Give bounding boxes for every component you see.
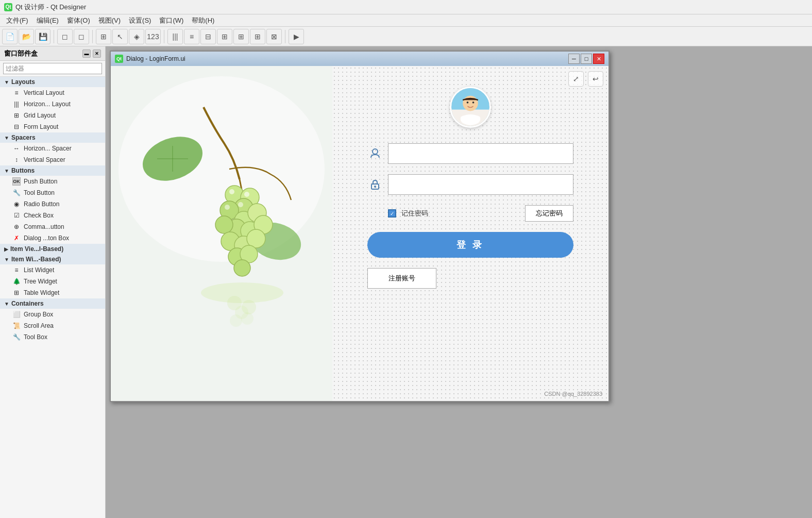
svg-point-24 <box>201 282 283 303</box>
layouts-label: Layouts <box>11 78 35 86</box>
checkbox-row: ✓ 记住密码 忘记密码 <box>388 205 573 222</box>
toolbar-cursor[interactable]: ↖ <box>112 29 128 44</box>
radio-button-icon: ◉ <box>12 200 21 208</box>
toolbar-layout-form[interactable]: ⊞ <box>233 29 249 44</box>
sidebar-item-check-box[interactable]: ☑ Check Box <box>0 210 105 221</box>
item-view-arrow: ▶ <box>4 246 8 252</box>
password-input[interactable] <box>388 174 573 195</box>
menu-settings[interactable]: 设置(S) <box>125 15 155 26</box>
menu-file[interactable]: 文件(F) <box>2 15 32 26</box>
list-widget-label: List Widget <box>24 266 54 274</box>
watermark: CSDN @qq_32892383 <box>544 391 602 397</box>
fullscreen-icon-btn[interactable]: ⤢ <box>568 71 584 87</box>
exit-icon-btn[interactable]: ↩ <box>588 71 603 87</box>
sidebar-item-group-box[interactable]: ⬜ Group Box <box>0 309 105 320</box>
sidebar-item-scroll-area[interactable]: 📜 Scroll Area <box>0 320 105 331</box>
main-layout: 窗口部件盒 ▬ ✕ ▼ Layouts ≡ Vertical Layout ||… <box>0 46 812 518</box>
menu-edit[interactable]: 编辑(E) <box>32 15 63 26</box>
toolbar-layout-v[interactable]: ≡ <box>184 29 199 44</box>
svg-point-20 <box>229 189 234 194</box>
sidebar-item-list-widget[interactable]: ≡ List Widget <box>0 264 105 276</box>
vertical-layout-icon: ≡ <box>12 89 21 97</box>
horizontal-spacer-label: Horizon... Spacer <box>24 145 72 152</box>
menu-view[interactable]: 视图(V) <box>94 15 125 26</box>
toolbar-save[interactable]: 💾 <box>35 29 50 44</box>
sidebar-title: 窗口部件盒 <box>4 49 38 58</box>
group-box-label: Group Box <box>24 311 53 318</box>
scroll-area-icon: 📜 <box>12 322 21 330</box>
command-link-icon: ⊕ <box>12 223 21 231</box>
login-button[interactable]: 登 录 <box>367 232 573 258</box>
app-titlebar: Qt Qt 设计师 - Qt Designer <box>0 0 812 14</box>
sidebar-item-tree-widget[interactable]: 🌲 Tree Widget <box>0 276 105 287</box>
sidebar-header-actions: ▬ ✕ <box>82 49 101 58</box>
toolbar-layout-split[interactable]: ⊟ <box>200 29 216 44</box>
sidebar-filter-input[interactable] <box>3 63 102 74</box>
svg-point-29 <box>241 312 253 325</box>
svg-point-13 <box>215 216 233 233</box>
section-buttons[interactable]: ▼ Buttons <box>0 165 105 176</box>
sidebar-item-grid-layout[interactable]: ⊞ Grid Layout <box>0 110 105 121</box>
sidebar-item-vertical-spacer[interactable]: ↕ Vertical Spacer <box>0 154 105 165</box>
forgot-password-button[interactable]: 忘记密码 <box>525 205 573 222</box>
toolbar-tab-order[interactable]: 123 <box>145 29 161 44</box>
dialog-title: Dialog - LoginForm.ui <box>126 55 565 62</box>
sidebar-item-form-layout[interactable]: ⊟ Form Layout <box>0 121 105 132</box>
menu-window[interactable]: 窗体(O) <box>63 15 94 26</box>
toolbar-connect[interactable]: ◈ <box>129 29 144 44</box>
toolbar-btn1[interactable]: ◻ <box>57 29 73 44</box>
spacers-arrow: ▼ <box>4 135 9 141</box>
register-button[interactable]: 注册账号 <box>367 268 436 289</box>
toolbar-layout-anchor[interactable]: ⊞ <box>250 29 265 44</box>
toolbar-open[interactable]: 📂 <box>19 29 34 44</box>
toolbar-widget-editor[interactable]: ⊞ <box>96 29 111 44</box>
sidebar-filter-area <box>0 61 105 77</box>
username-input[interactable] <box>388 143 573 164</box>
sidebar-minimize-btn[interactable]: ▬ <box>82 49 91 58</box>
item-view-label: Item Vie...l-Based) <box>10 245 63 253</box>
sidebar-item-table-widget[interactable]: ⊞ Table Widget <box>0 287 105 298</box>
dialog-titlebar: Qt Dialog - LoginForm.ui ─ □ ✕ <box>111 52 608 66</box>
dialog-minimize-btn[interactable]: ─ <box>568 54 580 64</box>
menu-help[interactable]: 帮助(H) <box>188 15 218 26</box>
toolbar-sep4 <box>285 30 285 43</box>
toolbar-sep2 <box>92 30 93 43</box>
sidebar-item-command-link-button[interactable]: ⊕ Comma...utton <box>0 221 105 232</box>
section-spacers[interactable]: ▼ Spacers <box>0 132 105 143</box>
table-widget-label: Table Widget <box>24 289 59 296</box>
remember-password-checkbox[interactable]: ✓ <box>388 209 396 218</box>
toolbar-break-layout[interactable]: ⊠ <box>266 29 282 44</box>
sidebar-item-vertical-layout[interactable]: ≡ Vertical Layout <box>0 87 105 98</box>
sidebar-item-dialog-button-box[interactable]: ✗ Dialog ...ton Box <box>0 232 105 244</box>
dialog-right-icons: ⤢ ↩ <box>568 71 603 87</box>
toolbar-preview[interactable]: ▶ <box>289 29 304 44</box>
user-icon-svg <box>369 147 381 160</box>
buttons-label: Buttons <box>11 167 35 174</box>
sidebar-item-push-button[interactable]: OK Push Button <box>0 176 105 187</box>
toolbar-new[interactable]: 📄 <box>2 29 18 44</box>
toolbar-layout-h[interactable]: ||| <box>167 29 183 44</box>
sidebar-item-tool-box[interactable]: 🔧 Tool Box <box>0 331 105 343</box>
section-item-widget[interactable]: ▼ Item Wi...-Based) <box>0 254 105 264</box>
toolbar-layout-grid[interactable]: ⊞ <box>217 29 232 44</box>
username-icon <box>367 146 383 161</box>
sidebar-close-btn[interactable]: ✕ <box>93 49 101 58</box>
password-icon <box>367 177 383 192</box>
section-layouts[interactable]: ▼ Layouts <box>0 77 105 87</box>
section-containers[interactable]: ▼ Containers <box>0 298 105 309</box>
avatar-image <box>451 88 489 126</box>
username-row <box>367 143 573 164</box>
dialog-maximize-btn[interactable]: □ <box>581 54 592 64</box>
grid-layout-icon: ⊞ <box>12 111 21 120</box>
horizontal-layout-icon: ||| <box>12 100 21 108</box>
menu-windows[interactable]: 窗口(W) <box>155 15 188 26</box>
sidebar-item-tool-button[interactable]: 🔧 Tool Button <box>0 187 105 198</box>
dialog-close-btn[interactable]: ✕ <box>593 54 604 64</box>
sidebar-item-radio-button[interactable]: ◉ Radio Button <box>0 198 105 210</box>
sidebar-item-horizontal-spacer[interactable]: ↔ Horizon... Spacer <box>0 143 105 154</box>
sidebar-item-horizontal-layout[interactable]: ||| Horizon... Layout <box>0 98 105 110</box>
toolbar-btn2[interactable]: ◻ <box>74 29 89 44</box>
tree-widget-icon: 🌲 <box>12 277 21 286</box>
lock-icon-svg <box>369 178 381 191</box>
section-item-view[interactable]: ▶ Item Vie...l-Based) <box>0 244 105 254</box>
